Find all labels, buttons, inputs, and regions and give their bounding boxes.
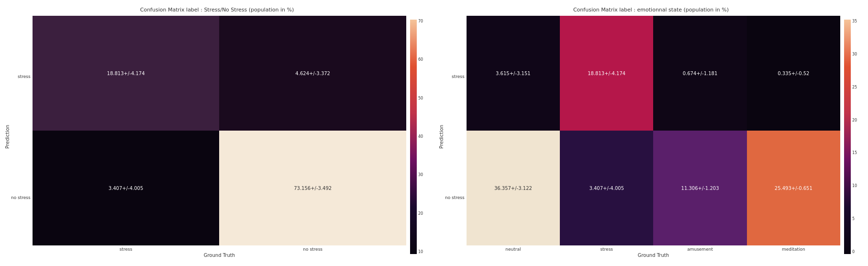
- chart2-x-axis: neutral stress amusement meditation Grou…: [467, 245, 840, 258]
- chart2-tick-5: 5: [852, 217, 857, 221]
- c2-1-2: 11.306+/-1.203: [653, 131, 746, 245]
- chart1-x-tick-1: no stress: [219, 245, 406, 252]
- chart2-tick-15: 15: [852, 151, 857, 155]
- chart2-y-row-labels: stress no stress: [445, 16, 465, 258]
- c2-0-2: 0.674+/-1.181: [653, 16, 746, 131]
- chart2-x-tick-2: amusement: [653, 245, 746, 252]
- chart2-tick-0: 0: [852, 250, 857, 254]
- c2-1-1-val: 3.407+/-4.005: [589, 186, 624, 191]
- chart2-x-tick-row: neutral stress amusement meditation: [467, 245, 840, 252]
- chart1-y-label: Prediction: [5, 125, 10, 149]
- cell-0-0: 18.813+/-4.174: [33, 16, 220, 131]
- chart1-tick-10: 10: [418, 250, 423, 254]
- chart2-colorbar: 35 30 25 20 15 10 5 0: [844, 16, 863, 258]
- chart2: Confusion Matrix label : emotionnal stat…: [434, 0, 868, 266]
- c2-1-3: 25.493+/-0.651: [747, 131, 840, 245]
- chart1-x-axis: stress no stress Ground Truth: [33, 245, 406, 258]
- chart2-x-label: Ground Truth: [638, 253, 669, 258]
- chart2-x-tick-1: stress: [560, 245, 653, 252]
- chart1-grid: 18.813+/-4.174 4.624+/-3.372 3.407+/-4.0…: [33, 16, 406, 245]
- chart1-matrix-area: 18.813+/-4.174 4.624+/-3.372 3.407+/-4.0…: [33, 16, 406, 258]
- chart1-tick-20: 20: [418, 212, 423, 216]
- chart2-colorbar-ticks: 35 30 25 20 15 10 5 0: [852, 20, 857, 254]
- chart1-x-label: Ground Truth: [204, 253, 235, 258]
- chart2-tick-35: 35: [852, 20, 857, 23]
- chart2-matrix-area: 3.615+/-3.151 18.813+/-4.174 0.674+/-1.1…: [467, 16, 840, 258]
- chart2-tick-20: 20: [852, 119, 857, 122]
- chart2-y-tick-1: no stress: [445, 137, 465, 258]
- chart1-tick-50: 50: [418, 97, 423, 100]
- chart1-y-row-labels: stress no stress: [11, 16, 31, 258]
- chart2-tick-30: 30: [852, 53, 857, 56]
- c2-1-0: 36.357+/-3.122: [467, 131, 560, 245]
- main-container: Confusion Matrix label : Stress/No Stres…: [0, 0, 868, 266]
- c2-0-3: 0.335+/-0.52: [747, 16, 840, 131]
- c2-1-0-val: 36.357+/-3.122: [494, 186, 532, 191]
- cell-0-1: 4.624+/-3.372: [219, 16, 406, 131]
- c2-0-0: 3.615+/-3.151: [467, 16, 560, 131]
- chart2-title: Confusion Matrix label : emotionnal stat…: [573, 7, 729, 13]
- chart1-tick-40: 40: [418, 135, 423, 139]
- chart2-colorbar-gradient: [844, 20, 851, 254]
- cell-1-0-value: 3.407+/-4.005: [109, 186, 144, 191]
- chart2-colorbar-inner: 35 30 25 20 15 10 5 0: [844, 20, 857, 254]
- c2-1-1: 3.407+/-4.005: [560, 131, 653, 245]
- chart1: Confusion Matrix label : Stress/No Stres…: [0, 0, 434, 266]
- c2-0-2-val: 0.674+/-1.181: [683, 71, 718, 76]
- chart2-inner: Prediction stress no stress 3.615+/-3.15…: [439, 16, 863, 258]
- chart1-x-tick-0: stress: [33, 245, 220, 252]
- chart2-x-tick-3: meditation: [747, 245, 840, 252]
- chart2-tick-10: 10: [852, 184, 857, 188]
- c2-0-0-val: 3.615+/-3.151: [496, 71, 531, 76]
- c2-0-1: 18.813+/-4.174: [560, 16, 653, 131]
- chart1-colorbar-inner: 70 60 50 40 30 20 10: [410, 20, 423, 254]
- chart1-x-tick-row: stress no stress: [33, 245, 406, 252]
- c2-1-3-val: 25.493+/-0.651: [775, 186, 812, 191]
- chart1-tick-60: 60: [418, 58, 423, 62]
- chart1-colorbar-ticks: 70 60 50 40 30 20 10: [418, 20, 423, 254]
- cell-0-0-value: 18.813+/-4.174: [107, 71, 145, 76]
- chart1-y-tick-1: no stress: [11, 137, 31, 258]
- chart2-y-label: Prediction: [439, 125, 444, 149]
- chart2-grid: 3.615+/-3.151 18.813+/-4.174 0.674+/-1.1…: [467, 16, 840, 245]
- cell-1-1: 73.156+/-3.492: [219, 131, 406, 245]
- chart2-y-tick-0: stress: [452, 16, 465, 137]
- cell-1-0: 3.407+/-4.005: [33, 131, 220, 245]
- chart1-colorbar: 70 60 50 40 30 20 10: [410, 16, 429, 258]
- chart1-tick-70: 70: [418, 20, 423, 23]
- c2-0-3-val: 0.335+/-0.52: [778, 71, 809, 76]
- chart1-inner: Prediction stress no stress 18.813+/-4.1…: [5, 16, 429, 258]
- cell-1-1-value: 73.156+/-3.492: [294, 186, 332, 191]
- chart1-y-tick-0: stress: [18, 16, 31, 137]
- cell-0-1-value: 4.624+/-3.372: [295, 71, 330, 76]
- chart2-x-tick-0: neutral: [467, 245, 560, 252]
- c2-0-1-val: 18.813+/-4.174: [588, 71, 625, 76]
- chart2-tick-25: 25: [852, 86, 857, 89]
- c2-1-2-val: 11.306+/-1.203: [681, 186, 719, 191]
- chart1-tick-30: 30: [418, 173, 423, 177]
- chart1-colorbar-gradient: [410, 20, 417, 254]
- chart1-title: Confusion Matrix label : Stress/No Stres…: [140, 7, 294, 13]
